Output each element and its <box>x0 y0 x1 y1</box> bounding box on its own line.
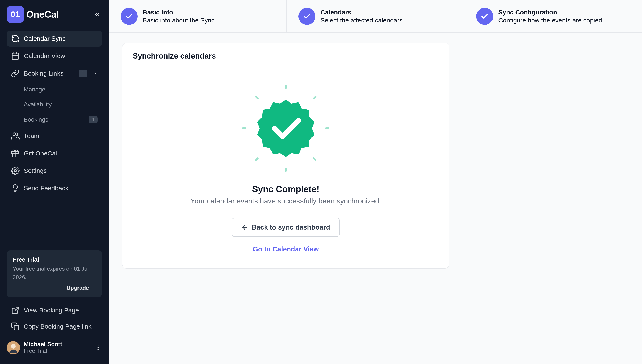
sidebar-subitem-bookings[interactable]: Bookings 1 <box>20 112 102 127</box>
avatar[interactable] <box>7 341 20 354</box>
step-complete-icon <box>476 8 493 25</box>
sidebar-item-label: Booking Links <box>24 70 74 77</box>
sidebar: 01 OneCal Calendar Sync Calendar View Bo… <box>0 0 109 364</box>
sidebar-badge: 1 <box>79 70 88 77</box>
check-icon <box>125 12 133 20</box>
user-menu-button[interactable] <box>94 344 102 352</box>
step-description: Select the affected calendars <box>320 17 403 24</box>
step-calendars[interactable]: Calendars Select the affected calendars <box>287 0 465 32</box>
sidebar-item-feedback[interactable]: Send Feedback <box>7 180 102 196</box>
sidebar-item-calendar-view[interactable]: Calendar View <box>7 48 102 64</box>
sidebar-item-label: Settings <box>24 167 98 174</box>
logo[interactable]: 01 OneCal <box>7 6 59 23</box>
booking-links-subnav: Manage Availability Bookings 1 <box>7 83 102 128</box>
collapse-sidebar-button[interactable] <box>93 10 102 19</box>
svg-point-15 <box>98 347 99 348</box>
sidebar-item-label: Calendar View <box>24 52 98 60</box>
check-icon <box>480 12 489 20</box>
svg-point-16 <box>98 349 99 350</box>
sidebar-item-label: Availability <box>24 101 98 108</box>
sidebar-item-label: Gift OneCal <box>24 150 98 157</box>
success-badge-wrap <box>240 83 332 174</box>
copy-booking-page-link[interactable]: Copy Booking Page link <box>7 318 102 334</box>
card-header: Synchronize calendars <box>123 43 449 69</box>
chevron-down-icon <box>92 70 98 76</box>
sidebar-item-booking-links[interactable]: Booking Links 1 <box>7 65 102 82</box>
trial-box: Free Trial Your free trial expires on 01… <box>7 250 102 297</box>
sync-card: Synchronize calendars <box>122 43 449 268</box>
upgrade-link[interactable]: Upgrade → <box>13 285 96 291</box>
logo-badge: 01 <box>7 6 24 23</box>
step-description: Basic info about the Sync <box>143 17 215 24</box>
link-icon <box>11 69 20 78</box>
user-name: Michael Scott <box>24 341 90 348</box>
arrow-left-icon <box>241 224 248 231</box>
trial-description: Your free trial expires on 01 Jul 2026. <box>13 265 96 281</box>
sidebar-subitem-availability[interactable]: Availability <box>20 98 102 111</box>
card-title: Synchronize calendars <box>133 52 439 60</box>
sidebar-item-label: Calendar Sync <box>24 35 98 42</box>
success-title: Sync Complete! <box>252 184 319 194</box>
user-plan: Free Trial <box>24 348 90 354</box>
logo-text: OneCal <box>26 9 59 20</box>
svg-rect-0 <box>12 53 19 60</box>
sidebar-badge: 1 <box>89 116 98 123</box>
button-label: Back to sync dashboard <box>252 223 330 231</box>
content-area: Synchronize calendars <box>109 33 642 279</box>
view-booking-page-link[interactable]: View Booking Page <box>7 302 102 318</box>
svg-line-10 <box>15 307 19 311</box>
chevron-left-icon <box>94 11 101 18</box>
trial-title: Free Trial <box>13 256 96 263</box>
user-info: Michael Scott Free Trial <box>24 341 90 354</box>
step-title: Calendars <box>320 9 403 16</box>
svg-point-4 <box>13 133 16 136</box>
sidebar-item-calendar-sync[interactable]: Calendar Sync <box>7 30 102 47</box>
sync-icon <box>11 34 20 43</box>
link-label: View Booking Page <box>24 307 79 314</box>
step-complete-icon <box>298 8 315 25</box>
calendar-icon <box>11 52 20 60</box>
step-basic-info[interactable]: Basic Info Basic info about the Sync <box>109 0 287 32</box>
external-link-icon <box>11 306 20 314</box>
sidebar-item-label: Bookings <box>24 116 85 123</box>
logo-badge-text: 01 <box>11 10 20 19</box>
step-complete-icon <box>121 8 138 25</box>
go-to-calendar-view-link[interactable]: Go to Calendar View <box>253 245 319 253</box>
success-badge-icon <box>254 96 317 160</box>
check-icon <box>303 12 311 20</box>
step-text: Calendars Select the affected calendars <box>320 9 403 24</box>
step-text: Sync Configuration Configure how the eve… <box>498 9 602 24</box>
user-row: Michael Scott Free Trial <box>7 337 102 358</box>
lightbulb-icon <box>11 184 20 192</box>
svg-rect-11 <box>14 326 19 330</box>
svg-point-7 <box>14 170 16 172</box>
sidebar-item-label: Team <box>24 132 98 140</box>
sidebar-item-team[interactable]: Team <box>7 128 102 144</box>
back-to-dashboard-button[interactable]: Back to sync dashboard <box>232 218 340 237</box>
progress-steps: Basic Info Basic info about the Sync Cal… <box>109 0 642 33</box>
link-label: Copy Booking Page link <box>24 323 92 330</box>
step-sync-config[interactable]: Sync Configuration Configure how the eve… <box>464 0 642 32</box>
sidebar-item-label: Send Feedback <box>24 184 98 192</box>
logo-row: 01 OneCal <box>7 6 102 23</box>
gift-icon <box>11 149 20 158</box>
step-text: Basic Info Basic info about the Sync <box>143 9 215 24</box>
svg-point-14 <box>98 345 99 346</box>
more-vertical-icon <box>95 345 101 351</box>
sidebar-item-settings[interactable]: Settings <box>7 163 102 179</box>
step-title: Basic Info <box>143 9 215 16</box>
card-body: Sync Complete! Your calendar events have… <box>123 69 449 268</box>
team-icon <box>11 132 20 140</box>
sidebar-subitem-manage[interactable]: Manage <box>20 83 102 96</box>
sidebar-item-gift[interactable]: Gift OneCal <box>7 145 102 162</box>
step-title: Sync Configuration <box>498 9 602 16</box>
copy-icon <box>11 322 20 331</box>
step-description: Configure how the events are copied <box>498 17 602 24</box>
success-description: Your calendar events have successfully b… <box>190 197 381 205</box>
svg-point-13 <box>11 344 16 348</box>
main-content: Basic Info Basic info about the Sync Cal… <box>109 0 642 364</box>
gear-icon <box>11 166 20 175</box>
sidebar-item-label: Manage <box>24 86 98 93</box>
